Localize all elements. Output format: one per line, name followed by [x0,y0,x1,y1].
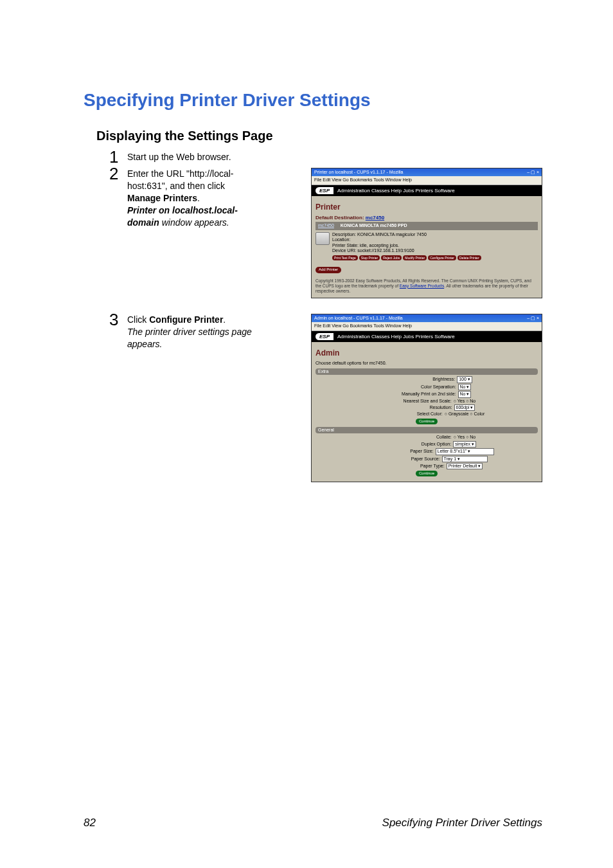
label: Default Destination: [315,215,366,221]
page-footer: 82 Specifying Printer Driver Settings [84,817,542,829]
text: host:631", and then click [127,181,225,191]
step-3-row: 3 Click Configure Printer. The printer d… [84,314,542,483]
resolution-select[interactable]: 600dpi ▾ [454,404,475,411]
window-title: Admin on localhost - CUPS v1.1.17 - Mozi… [314,316,403,321]
print-test-page-button[interactable]: Print Test Page [332,255,358,260]
label: Manually Print on 2nd side: [382,392,456,397]
label: Paper Size: [360,449,434,454]
modify-printer-button[interactable]: Modify Printer [403,255,427,260]
brightness-select[interactable]: 100 ▾ [457,376,472,383]
step-number: 3 [109,311,127,328]
window-menubar[interactable]: File Edit View Go Bookmarks Tools Window… [312,176,542,185]
label: Brightness: [381,377,455,382]
printer-location: Location: [332,237,481,242]
printer-device-uri: Device URI: socket://192.168.1.193:9100 [332,248,481,253]
label: Collate: [378,435,452,440]
window-name: Printer on localhost.local- [127,205,238,215]
window-titlebar: Printer on localhost - CUPS v1.1.17 - Mo… [312,168,542,176]
footer-text: Specifying Printer Driver Settings [382,817,542,829]
text: Click [127,314,149,325]
printer-description: Description: KONICA MINOLTA magicolor 74… [332,232,481,237]
nearest-size-radios[interactable]: ○ Yes ○ No [454,399,476,404]
printer-actions: Print Test Page Stop Printer Reject Jobs… [332,255,481,260]
step-2: 2 Enter the URL "http://local- host:631"… [109,168,296,228]
document-page: Specifying Printer Driver Settings Displ… [0,0,613,868]
label: Color Separation: [382,384,456,390]
text: window appears. [159,217,229,228]
printer-ppd-name: KONICA MINOLTA mc7450 PPD [341,223,407,228]
page-title: Specifying Printer Driver Settings [84,90,542,111]
window-controls[interactable]: – ▢ × [527,316,539,321]
window-title: Printer on localhost - CUPS v1.1.17 - Mo… [314,170,404,175]
label: Paper Source: [366,457,440,462]
printer-icon [315,232,330,245]
text: Enter the URL "http://local- [127,168,234,179]
result-text: The printer driver settings page appears… [127,327,252,349]
window-body: Printer Default Destination: mc7450 mc74… [312,196,542,298]
color-separation-select[interactable]: No ▾ [458,384,472,390]
paper-type-select[interactable]: Printer Default ▾ [447,463,483,469]
step-text: Start up the Web browser. [127,151,231,163]
printer-name-link[interactable]: mc7450 [318,223,334,228]
cups-navbar: ESP Administration Classes Help Jobs Pri… [312,185,542,197]
label: Paper Type: [371,464,445,469]
step-1: 1 Start up the Web browser. [109,151,542,165]
window-controls[interactable]: – ▢ × [527,170,539,175]
step-number: 2 [109,165,127,182]
heading-printer: Printer [315,203,538,212]
stop-printer-button[interactable]: Stop Printer [359,255,380,260]
text: . [197,193,200,203]
esp-logo: ESP [315,187,333,195]
nav-links[interactable]: Administration Classes Help Jobs Printer… [337,188,455,194]
default-destination: Default Destination: mc7450 [315,215,538,221]
esp-logo: ESP [315,333,333,341]
configure-printer-button[interactable]: Configure Printer [428,255,456,260]
window-name: domain [127,217,159,228]
printer-state: Printer State: idle, accepting jobs. [332,243,481,248]
duplex-select[interactable]: simplex ▾ [453,441,476,448]
label: Duplex Option: [377,442,451,447]
section-heading: Displaying the Settings Page [96,129,542,143]
paper-size-select[interactable]: Letter 8.5"x11" ▾ [436,448,494,455]
select-color-radios[interactable]: ○ Grayscale ○ Color [445,411,485,417]
copyright-text: Copyright 1993-2002 Easy Software Produc… [315,278,538,294]
continue-button[interactable]: Continue [416,419,438,424]
section-general: General [315,427,538,433]
manual-2nd-side-select[interactable]: No ▾ [458,391,472,397]
label-configure-printer: Configure Printer [149,314,223,325]
continue-button[interactable]: Continue [416,471,438,476]
window-body: Admin Choose default options for mc7450.… [312,342,542,482]
text: . [223,314,226,325]
printer-details: Description: KONICA MINOLTA magicolor 74… [315,232,538,261]
step-2-row: 2 Enter the URL "http://local- host:631"… [84,168,542,298]
nav-links[interactable]: Administration Classes Help Jobs Printer… [337,334,455,340]
label: Resolution: [378,405,452,410]
printer-header-bar: mc7450 KONICA MINOLTA mc7450 PPD [315,222,538,230]
label-manage-printers: Manage Printers [127,193,197,203]
subtext: Choose default options for mc7450. [315,361,538,366]
step-3: 3 Click Configure Printer. The printer d… [109,314,296,350]
printer-link[interactable]: mc7450 [366,215,384,221]
window-menubar[interactable]: File Edit View Go Bookmarks Tools Window… [312,322,542,330]
add-printer-button[interactable]: Add Printer [315,267,341,273]
step-number: 1 [109,149,127,165]
esp-link[interactable]: Easy Software Products [400,284,444,288]
reject-jobs-button[interactable]: Reject Jobs [381,255,402,260]
label: Select Color: [369,411,443,417]
delete-printer-button[interactable]: Delete Printer [458,255,481,260]
heading-admin: Admin [315,348,538,357]
cups-navbar: ESP Administration Classes Help Jobs Pri… [312,331,542,343]
paper-source-select[interactable]: Tray 1 ▾ [442,456,488,462]
window-titlebar: Admin on localhost - CUPS v1.1.17 - Mozi… [312,314,542,322]
label: Nearest Size and Scale: [378,399,452,404]
collate-radios[interactable]: ○ Yes ○ No [454,435,476,440]
page-number: 82 [84,817,96,829]
step-text: Click Configure Printer. The printer dri… [127,314,275,350]
section-extra: Extra [315,368,538,375]
screenshot-printer-window: Printer on localhost - CUPS v1.1.17 - Mo… [311,168,542,298]
screenshot-admin-window: Admin on localhost - CUPS v1.1.17 - Mozi… [311,314,542,483]
step-text: Enter the URL "http://local- host:631", … [127,168,238,228]
step-list: 1 Start up the Web browser. [109,151,542,165]
